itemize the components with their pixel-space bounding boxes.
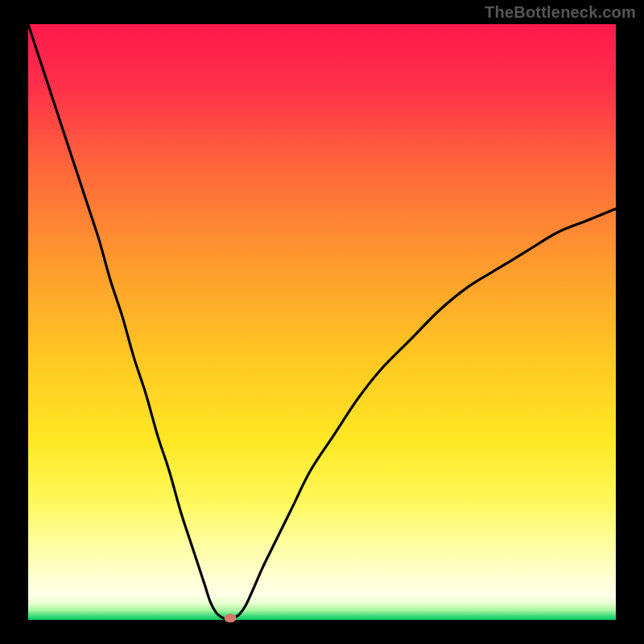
chart-canvas — [0, 0, 644, 644]
optimum-marker — [225, 613, 237, 622]
plot-area — [28, 24, 616, 620]
bottleneck-chart: TheBottleneck.com — [0, 0, 644, 644]
watermark-text: TheBottleneck.com — [485, 3, 636, 22]
